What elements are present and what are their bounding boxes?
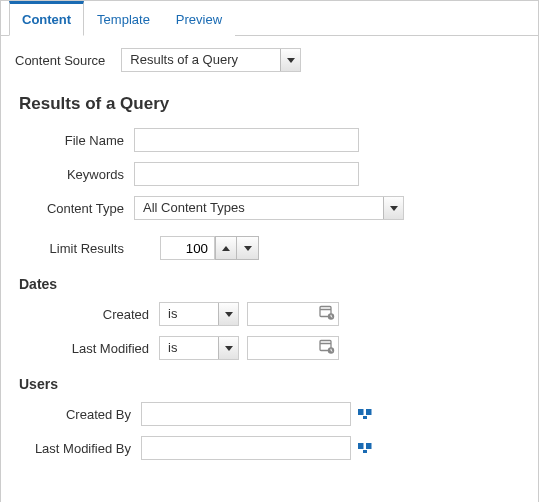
created-by-row: Created By [19, 402, 520, 426]
content-type-row: Content Type All Content Types [19, 196, 520, 220]
svg-rect-7 [366, 409, 372, 415]
limit-results-stepper [215, 236, 259, 260]
created-by-label: Created By [19, 407, 141, 422]
calendar-icon [319, 339, 335, 355]
last-modified-op-dropdown-button[interactable] [218, 337, 238, 359]
chevron-down-icon [225, 346, 233, 351]
limit-results-row: Limit Results [19, 236, 520, 260]
last-modified-op-value: is [160, 337, 218, 359]
file-name-row: File Name [19, 128, 520, 152]
form-panel[interactable]: Results of a Query File Name Keywords Co… [9, 82, 530, 502]
last-modified-by-input[interactable] [141, 436, 351, 460]
last-modified-label: Last Modified [19, 341, 159, 356]
keywords-row: Keywords [19, 162, 520, 186]
svg-rect-6 [358, 409, 364, 415]
last-modified-by-row: Last Modified By [19, 436, 520, 460]
content-type-value: All Content Types [135, 197, 383, 219]
tab-content[interactable]: Content [9, 1, 84, 36]
chevron-down-icon [225, 312, 233, 317]
svg-rect-8 [363, 416, 367, 419]
keywords-input[interactable] [134, 162, 359, 186]
created-date-picker-button[interactable] [319, 305, 335, 324]
keywords-label: Keywords [19, 167, 134, 182]
created-by-input[interactable] [141, 402, 351, 426]
limit-results-input[interactable] [160, 236, 215, 260]
query-heading: Results of a Query [19, 94, 520, 114]
created-row: Created is [19, 302, 520, 326]
content-type-dropdown-button[interactable] [383, 197, 403, 219]
last-modified-date-picker-button[interactable] [319, 339, 335, 358]
svg-rect-9 [358, 443, 364, 449]
dates-heading: Dates [19, 276, 520, 292]
created-op-dropdown-button[interactable] [218, 303, 238, 325]
chevron-up-icon [222, 246, 230, 251]
tab-preview[interactable]: Preview [163, 1, 235, 36]
chevron-down-icon [390, 206, 398, 211]
limit-results-down-button[interactable] [237, 236, 259, 260]
limit-results-label: Limit Results [19, 241, 134, 256]
user-picker-icon [357, 439, 373, 455]
tab-bar: Content Template Preview [1, 1, 538, 36]
created-op-value: is [160, 303, 218, 325]
users-heading: Users [19, 376, 520, 392]
content-type-select[interactable]: All Content Types [134, 196, 404, 220]
created-op-select[interactable]: is [159, 302, 239, 326]
svg-rect-11 [363, 450, 367, 453]
last-modified-by-label: Last Modified By [19, 441, 141, 456]
last-modified-by-picker-button[interactable] [357, 439, 373, 458]
content-source-value: Results of a Query [122, 49, 280, 71]
chevron-down-icon [244, 246, 252, 251]
created-by-picker-button[interactable] [357, 405, 373, 424]
window: Content Template Preview Content Source … [0, 0, 539, 502]
last-modified-op-select[interactable]: is [159, 336, 239, 360]
file-name-label: File Name [19, 133, 134, 148]
limit-results-up-button[interactable] [215, 236, 237, 260]
last-modified-row: Last Modified is [19, 336, 520, 360]
chevron-down-icon [287, 58, 295, 63]
content-source-label: Content Source [15, 53, 105, 68]
content-source-select[interactable]: Results of a Query [121, 48, 301, 72]
svg-rect-10 [366, 443, 372, 449]
file-name-input[interactable] [134, 128, 359, 152]
calendar-icon [319, 305, 335, 321]
user-picker-icon [357, 405, 373, 421]
tab-template[interactable]: Template [84, 1, 163, 36]
created-label: Created [19, 307, 159, 322]
content-source-row: Content Source Results of a Query [1, 36, 538, 78]
content-source-dropdown-button[interactable] [280, 49, 300, 71]
content-type-label: Content Type [19, 201, 134, 216]
